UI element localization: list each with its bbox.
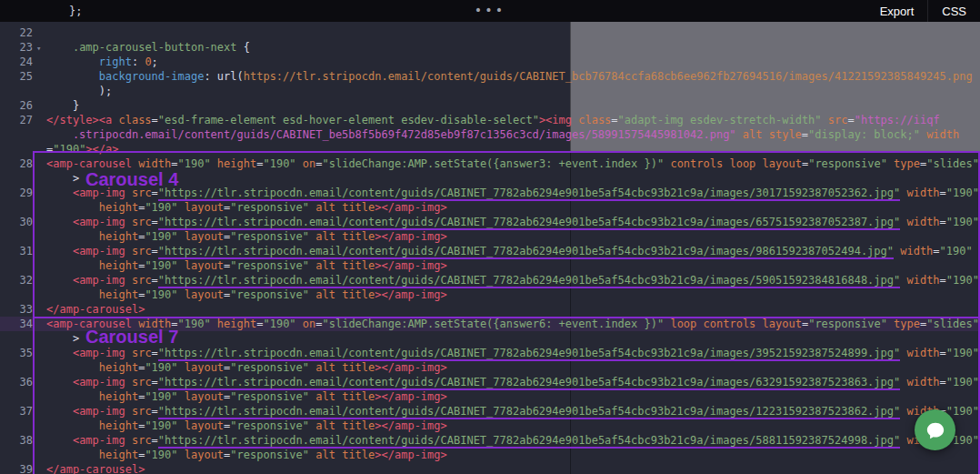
- line-number: 35: [0, 346, 33, 360]
- code-token: controls: [696, 318, 755, 330]
- code-token: width: [900, 376, 939, 388]
- code-token: "responsive": [230, 259, 309, 272]
- chat-icon: [925, 420, 945, 440]
- code-token: "190": [145, 288, 177, 301]
- code-token: alt: [309, 419, 335, 432]
- image-url-token: "https://tlr.stripocdn.email/content/gui…: [158, 216, 900, 230]
- image-url-token: "https://tlr.stripocdn.email/content/gui…: [158, 405, 900, 419]
- code-token: layout: [178, 259, 225, 272]
- code-token: "190": [145, 361, 177, 374]
- code-token: layout: [178, 390, 225, 403]
- code-token: [46, 405, 73, 418]
- code-token: title: [335, 259, 375, 272]
- code-token: <amp-img: [73, 245, 125, 257]
- code-token: "190": [946, 376, 979, 388]
- code-token: width: [894, 245, 933, 257]
- code-token: "190": [145, 449, 177, 461]
- code-token: =: [152, 274, 158, 287]
- code-text: <amp-img src="https://tlr.stripocdn.emai…: [46, 376, 979, 388]
- code-token: "190": [145, 259, 177, 272]
- code-token: [46, 390, 99, 403]
- code-token: </amp-carousel>: [46, 463, 145, 474]
- code-token: "190": [145, 201, 177, 214]
- code-token: alt: [309, 259, 335, 272]
- code-token: height: [211, 157, 257, 170]
- code-token: ><img: [539, 114, 572, 126]
- code-token: "190": [178, 157, 211, 170]
- chat-widget-button[interactable]: [915, 409, 955, 450]
- code-token: layout: [178, 288, 225, 301]
- code-token: layout: [178, 361, 225, 374]
- code-token: }: [46, 99, 79, 112]
- code-text: <amp-img src="https://tlr.stripocdn.emai…: [46, 405, 979, 418]
- code-token: height: [99, 288, 138, 301]
- code-token: =: [152, 405, 158, 418]
- code-token: type: [887, 157, 920, 170]
- code-token: =: [940, 274, 946, 287]
- code-token: =: [611, 114, 617, 126]
- code-token: "responsive": [230, 361, 309, 374]
- code-token: https://tlr.stripocdn.email/content/guid…: [244, 70, 973, 83]
- code-token: {: [237, 41, 250, 54]
- code-token: loop: [664, 318, 696, 330]
- code-token: [46, 70, 99, 83]
- code-token: "190": [145, 419, 177, 432]
- css-button[interactable]: CSS: [927, 0, 980, 22]
- code-token: [46, 259, 99, 272]
- code-token: "190": [263, 318, 295, 330]
- code-line-34: 34<amp-carousel width="190" height="190"…: [0, 317, 980, 331]
- code-token: style: [763, 128, 802, 141]
- code-token: =: [171, 157, 177, 170]
- code-token: <amp-img: [73, 187, 125, 199]
- export-button[interactable]: Export: [866, 0, 928, 22]
- line-number: 32: [0, 273, 33, 287]
- code-token: height: [99, 230, 138, 243]
- code-token: =: [315, 157, 322, 170]
- fold-caret-icon[interactable]: ▾: [36, 41, 41, 55]
- code-editor[interactable]: 2223▾ .amp-carousel-button-next {24 righ…: [0, 0, 980, 474]
- code-token: "slides": [926, 318, 979, 330]
- code-text: height="190" layout="responsive" alt tit…: [46, 390, 447, 403]
- code-token: </amp-carousel>: [46, 303, 145, 316]
- code-token: "responsive": [808, 157, 887, 170]
- code-token: "190": [946, 274, 979, 287]
- code-token: "responsive": [230, 201, 309, 214]
- code-token: :: [132, 55, 145, 68]
- code-token: layout: [178, 201, 225, 214]
- code-token: alt: [309, 390, 335, 403]
- code-line-wrap: height="190" layout="responsive" alt tit…: [0, 448, 980, 462]
- code-token: layout: [178, 449, 225, 461]
- code-token: layout: [178, 230, 225, 243]
- code-token: ></amp-img>: [375, 259, 446, 272]
- code-token: src: [125, 347, 152, 359]
- code-token: src: [125, 187, 152, 199]
- code-token: src: [125, 274, 152, 287]
- code-token: src: [125, 216, 152, 228]
- code-line-wrap: >: [0, 331, 980, 346]
- code-text: height="190" layout="responsive" alt tit…: [46, 230, 447, 243]
- drag-handle-dots[interactable]: •••: [475, 0, 505, 22]
- code-token: [46, 216, 73, 228]
- code-text: );: [46, 85, 112, 97]
- code-line-wrap: height="190" layout="responsive" alt tit…: [0, 389, 980, 404]
- code-line-31: 31 <amp-img src="https://tlr.stripocdn.e…: [0, 244, 980, 258]
- code-lines-container: 2223▾ .amp-carousel-button-next {24 righ…: [0, 0, 980, 474]
- code-line-wrap: height="190" layout="responsive" alt tit…: [0, 287, 980, 302]
- code-token: "adapt-img esdev-stretch-width": [618, 114, 822, 126]
- code-token: height: [99, 390, 138, 403]
- line-number: 39: [0, 462, 33, 474]
- line-number: 33: [0, 302, 33, 317]
- code-line-39: 39</amp-carousel>: [0, 462, 980, 474]
- code-token: ></amp-img>: [375, 230, 446, 243]
- code-token: <amp-img: [73, 405, 125, 418]
- code-token: type: [887, 318, 920, 330]
- code-token: width: [900, 187, 939, 199]
- code-line-35: 35 <amp-img src="https://tlr.stripocdn.e…: [0, 346, 980, 360]
- code-token: "190": [940, 245, 973, 257]
- code-token: alt: [309, 288, 335, 301]
- code-line-wrap: ="190"></a>: [0, 142, 980, 156]
- code-token: =: [171, 318, 177, 330]
- code-token: "https://iiqf: [855, 114, 940, 126]
- code-token: );: [46, 85, 112, 97]
- code-text: }: [46, 99, 79, 112]
